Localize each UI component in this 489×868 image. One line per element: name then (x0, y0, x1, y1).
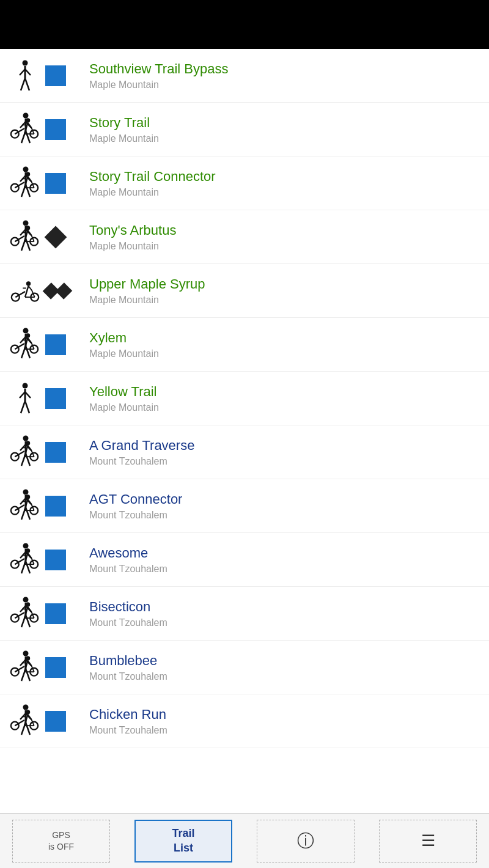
combo-icon (10, 597, 40, 630)
trail-info: AGT Connector Mount Tzouhalem (89, 491, 479, 521)
difficulty-badge-blue (45, 603, 66, 624)
trail-name: A Grand Traverse (89, 438, 479, 454)
trail-item[interactable]: Tony's Arbutus Maple Mountain (0, 210, 489, 264)
svg-line-122 (15, 559, 24, 564)
svg-line-33 (28, 177, 32, 181)
trail-item[interactable]: AGT Connector Mount Tzouhalem (0, 479, 489, 533)
difficulty-badge-blue (45, 657, 66, 678)
trail-info: Story Trail Maple Mountain (89, 115, 479, 144)
trail-name: Xylem (89, 330, 479, 346)
trail-location: Maple Mountain (89, 133, 479, 144)
svg-line-108 (28, 499, 32, 504)
svg-line-79 (21, 401, 25, 413)
svg-point-51 (12, 293, 20, 301)
svg-line-5 (25, 78, 29, 90)
trail-location: Maple Mountain (89, 348, 479, 359)
trail-item[interactable]: Awesome Mount Tzouhalem (0, 533, 489, 587)
trail-item[interactable]: Yellow Trail Maple Mountain (0, 372, 489, 425)
info-button[interactable]: ⓘ (257, 820, 355, 862)
trail-location: Maple Mountain (89, 187, 479, 198)
svg-line-93 (28, 446, 32, 450)
difficulty-badge-blue (45, 711, 66, 732)
trail-list-label: TrailList (172, 826, 194, 855)
trail-location: Mount Tzouhalem (89, 510, 479, 521)
svg-line-92 (15, 451, 24, 457)
svg-line-32 (15, 182, 24, 188)
svg-line-80 (25, 401, 29, 413)
trail-item[interactable]: Bumblebee Mount Tzouhalem (0, 641, 489, 694)
trail-info: Chicken Run Mount Tzouhalem (89, 707, 479, 736)
trail-list-button[interactable]: TrailList (134, 820, 232, 862)
svg-line-72 (28, 338, 32, 342)
difficulty-badge-blue (45, 550, 66, 570)
gps-status: is OFF (48, 841, 74, 852)
trail-icon-group (10, 166, 89, 200)
combo-icon (10, 543, 40, 576)
combo-icon (10, 166, 40, 200)
svg-line-138 (28, 607, 32, 611)
trail-info: Xylem Maple Mountain (89, 330, 479, 359)
svg-point-149 (26, 656, 30, 660)
trail-item[interactable]: Story Trail Connector Maple Mountain (0, 156, 489, 210)
trail-name: AGT Connector (89, 491, 479, 507)
trail-name: Bisecticon (89, 599, 479, 615)
trail-location: Mount Tzouhalem (89, 456, 479, 467)
svg-point-89 (26, 441, 30, 445)
trail-item[interactable]: Bisecticon Mount Tzouhalem (0, 587, 489, 641)
combo-icon (10, 489, 40, 523)
difficulty-badge-blue (45, 496, 66, 517)
trail-icon-group (10, 489, 89, 523)
menu-icon: ☰ (421, 831, 435, 850)
menu-button[interactable]: ☰ (379, 820, 477, 862)
trail-icon-group (10, 59, 89, 92)
trail-item[interactable]: Southview Trail Bypass Maple Mountain (0, 49, 489, 103)
trail-icon-group (10, 543, 89, 576)
svg-line-56 (15, 291, 25, 296)
trail-item[interactable]: Chicken Run Mount Tzouhalem (0, 694, 489, 748)
svg-line-167 (15, 720, 24, 726)
trail-location: Maple Mountain (89, 79, 479, 90)
trail-location: Mount Tzouhalem (89, 617, 479, 628)
trail-info: Southview Trail Bypass Maple Mountain (89, 61, 479, 90)
combo-icon (10, 435, 40, 469)
trail-icon-group (10, 381, 89, 415)
trail-info: A Grand Traverse Mount Tzouhalem (89, 438, 479, 467)
svg-line-137 (15, 612, 24, 618)
svg-line-18 (28, 123, 32, 127)
trail-icon-group (10, 112, 89, 146)
trail-item[interactable]: Upper Maple Syrup Maple Mountain (0, 264, 489, 318)
trail-icon-group (10, 274, 89, 307)
hiker-icon (10, 381, 40, 415)
difficulty-badge-blue (45, 442, 66, 463)
svg-line-107 (15, 505, 24, 510)
difficulty-badge-blue (45, 173, 66, 194)
svg-point-119 (26, 548, 30, 553)
svg-point-14 (26, 118, 30, 122)
svg-line-4 (21, 78, 25, 90)
svg-point-134 (26, 602, 30, 606)
trail-location: Mount Tzouhalem (89, 564, 479, 575)
trail-name: Bumblebee (89, 653, 479, 669)
trail-info: Awesome Mount Tzouhalem (89, 545, 479, 575)
svg-point-42 (11, 238, 19, 246)
combo-icon (10, 220, 40, 254)
difficulty-badge-blue (45, 65, 66, 86)
difficulty-badge-blue (45, 388, 66, 409)
gps-button[interactable]: GPS is OFF (12, 820, 110, 862)
trail-location: Maple Mountain (89, 295, 479, 306)
difficulty-badge-black-diamond (45, 227, 66, 248)
svg-line-15 (24, 123, 28, 134)
trail-item[interactable]: Xylem Maple Mountain (0, 318, 489, 372)
svg-line-48 (28, 230, 32, 235)
trail-item[interactable]: Story Trail Maple Mountain (0, 103, 489, 156)
trail-name: Chicken Run (89, 707, 479, 723)
difficulty-badge-double-black (45, 281, 70, 301)
top-bar (0, 0, 489, 49)
svg-point-29 (26, 172, 30, 176)
svg-point-104 (26, 495, 30, 499)
combo-icon (10, 650, 40, 684)
svg-point-53 (26, 281, 31, 285)
trail-info: Story Trail Connector Maple Mountain (89, 169, 479, 198)
trail-name: Yellow Trail (89, 384, 479, 400)
trail-item[interactable]: A Grand Traverse Mount Tzouhalem (0, 425, 489, 479)
